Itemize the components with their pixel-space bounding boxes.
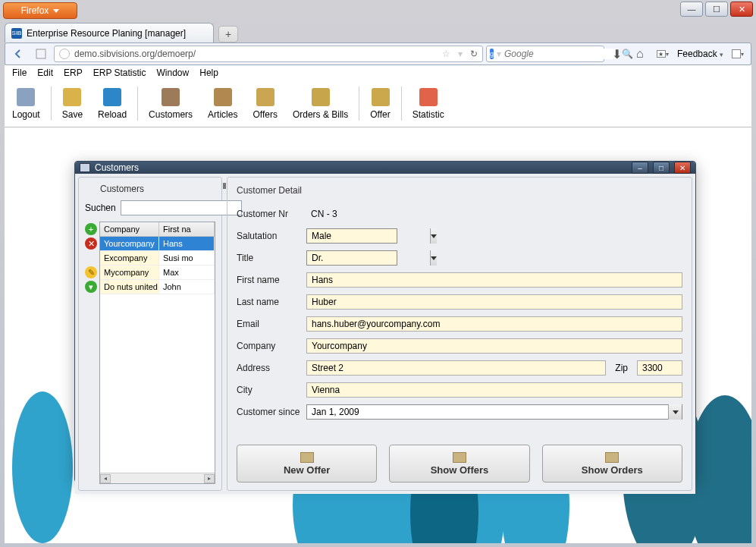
table-row[interactable]: ExcompanySusi mo [100,251,215,266]
tab-title: Enterprise Resource Planing [manager] [27,28,186,39]
home-button[interactable]: ⌂ [630,45,650,63]
first-name-field[interactable] [306,272,682,288]
zip-label: Zip [612,363,631,373]
menu-help[interactable]: Help [195,66,223,80]
add-row-icon[interactable]: + [85,223,97,235]
toolbar-customers-button[interactable]: Customers [141,82,200,125]
salutation-combo[interactable] [306,228,397,244]
cell-first-name: John [159,280,215,294]
back-button[interactable] [8,45,28,63]
browser-search-box[interactable]: g ▾ 🔍 [486,46,604,62]
os-minimize-button[interactable]: — [680,2,703,17]
window-titlebar[interactable]: Customers – □ ✕ [75,162,695,174]
url-text: demo.sibvisions.org/demoerp/ [74,49,196,59]
horizontal-scrollbar[interactable]: ◂ ▸ [100,473,215,483]
site-identity-button[interactable] [31,45,51,63]
document-icon [605,452,619,463]
menu-erp-statistic[interactable]: ERP Statistic [89,66,151,80]
address-field[interactable] [306,360,606,376]
email-field[interactable] [306,316,682,332]
bookmark-star-icon[interactable]: ☆ [442,49,450,59]
app-toolbar: LogoutSaveReloadCustomersArticlesOffersO… [5,80,751,127]
feedback-button[interactable]: Feedback ▾ [676,49,725,59]
email-label: Email [237,319,300,329]
city-label: City [237,385,300,395]
firefox-label: Firefox [21,5,49,16]
toolbar-orders-button[interactable]: Orders & Bills [285,82,356,125]
new-offer-button[interactable]: New Offer [237,445,377,483]
since-combo[interactable] [306,404,682,420]
bookmarks-button[interactable]: ★▾ [653,45,673,63]
menu-erp[interactable]: ERP [59,66,87,80]
toolbar-label: Offer [370,109,390,120]
menu-file[interactable]: File [8,66,31,80]
os-close-button[interactable]: ✕ [730,2,753,17]
column-header[interactable]: Company [100,222,159,236]
delete-row-icon[interactable]: ✕ [85,237,97,250]
app-menu-bar: FileEditERPERP StatisticWindowHelp [5,65,751,80]
firefox-menu-button[interactable]: Firefox [3,2,77,19]
toolbar-reload-button[interactable]: Reload [90,82,134,125]
column-header[interactable]: First na [159,222,215,236]
scroll-left-icon[interactable]: ◂ [100,474,111,483]
company-field[interactable] [306,338,682,354]
splitter-handle[interactable] [222,177,227,491]
offer-icon [372,88,390,106]
toolbar-articles-button[interactable]: Articles [200,82,245,125]
list-heading: Customers [85,184,215,194]
title-combo[interactable] [306,250,397,266]
scroll-right-icon[interactable]: ▸ [204,474,215,483]
table-row[interactable]: YourcompanyHans [100,237,215,251]
table-row[interactable]: Do nuts unitedJohn [100,280,215,294]
os-maximize-button[interactable]: ☐ [705,2,728,17]
toolbar-statistic-button[interactable]: Statistic [405,82,452,125]
cell-first-name: Max [159,266,215,279]
window-maximize-button[interactable]: □ [653,162,670,174]
nav-bar: demo.sibvisions.org/demoerp/ ☆ ▾ ↻ g ▾ 🔍… [5,42,751,65]
browser-tab[interactable]: SIB Enterprise Resource Planing [manager… [5,23,214,42]
browser-search-input[interactable] [504,49,619,59]
chevron-down-icon[interactable] [430,250,437,266]
favicon-icon: SIB [11,28,22,39]
orders-icon [312,88,330,106]
show-offers-button[interactable]: Show Offers [389,445,529,483]
logout-icon [17,88,35,106]
window-title: Customers [95,162,139,173]
spacer-icon [85,252,97,264]
document-icon [453,452,466,463]
last-name-label: Last name [237,297,300,307]
zip-field[interactable] [637,360,682,376]
toolbar-offer-button[interactable]: Offer [362,82,397,125]
toolbar-save-button[interactable]: Save [55,82,90,125]
new-tab-button[interactable]: + [218,26,238,42]
table-row[interactable]: MycompanyMax [100,266,215,280]
address-label: Address [237,363,300,373]
reload-icon [103,88,121,106]
toolbar-separator [51,86,52,121]
toolbar-logout-button[interactable]: Logout [5,82,48,125]
url-bar[interactable]: demo.sibvisions.org/demoerp/ ☆ ▾ ↻ [54,46,483,62]
show-orders-button[interactable]: Show Orders [542,445,682,483]
toolbar-label: Reload [98,109,127,120]
toolbar-offers-button[interactable]: Offers [245,82,284,125]
downloads-button[interactable]: ⬇ [607,45,627,63]
svg-rect-0 [36,49,45,58]
menu-window[interactable]: Window [152,66,194,80]
toolbar-label: Orders & Bills [293,109,348,120]
reload-icon[interactable]: ↻ [470,49,478,59]
chevron-down-icon[interactable] [430,228,437,244]
window-minimize-button[interactable]: – [632,162,648,174]
cell-company: Yourcompany [100,237,159,250]
export-row-icon[interactable]: ▾ [85,281,97,293]
salutation-value [307,231,430,241]
window-close-button[interactable]: ✕ [674,162,691,174]
toolbar-label: Customers [149,109,193,120]
toolbar-label: Save [62,109,83,120]
edit-row-icon[interactable]: ✎ [85,266,97,278]
sync-button[interactable]: ▾ [728,45,748,63]
chevron-down-icon[interactable] [668,404,682,420]
menu-edit[interactable]: Edit [33,66,58,80]
city-field[interactable] [306,382,682,398]
last-name-field[interactable] [306,294,682,310]
cell-first-name: Hans [159,237,215,250]
